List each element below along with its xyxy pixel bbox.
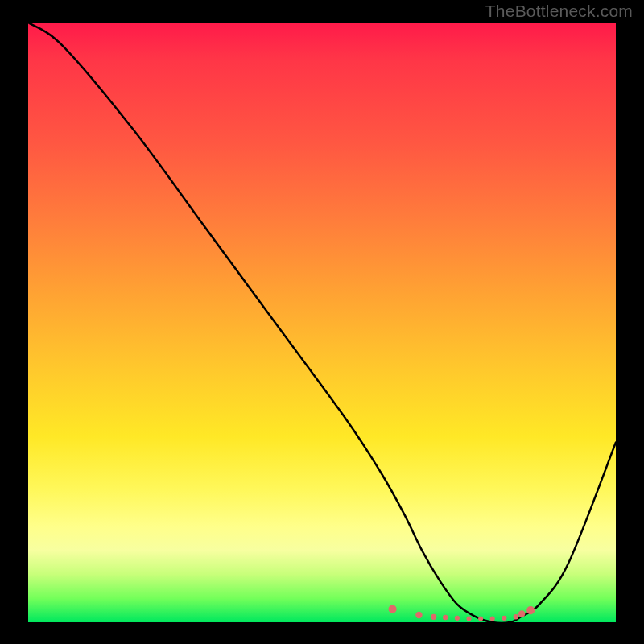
highlight-dot (389, 605, 397, 613)
highlight-dot (431, 614, 436, 620)
highlight-dot (518, 610, 525, 617)
highlight-dot (478, 617, 483, 621)
highlight-dot (502, 616, 506, 621)
bottleneck-curve (28, 23, 616, 623)
highlight-dot (415, 612, 422, 618)
highlight-dot (514, 614, 519, 620)
chart-frame: TheBottleneck.com (0, 0, 644, 644)
plot-area (28, 23, 616, 622)
curve-svg (28, 23, 616, 622)
attribution-text: TheBottleneck.com (485, 2, 633, 21)
highlight-dot (490, 617, 495, 621)
bottleneck-curve-path (28, 23, 616, 623)
highlight-dot (467, 617, 472, 621)
highlight-dot (455, 616, 460, 621)
highlight-dot (443, 615, 448, 621)
highlight-dot (526, 606, 535, 614)
